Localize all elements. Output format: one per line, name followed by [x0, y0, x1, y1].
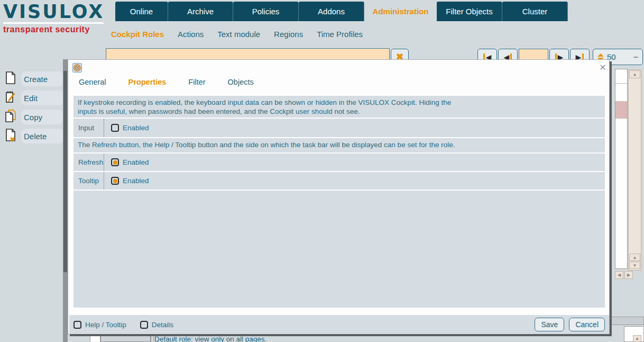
nav-tab-archive[interactable]: Archive	[168, 2, 233, 21]
tab-filter[interactable]: Filter	[188, 78, 205, 86]
help-tooltip-label: Help / Tooltip	[85, 321, 126, 329]
nav-tab-cluster[interactable]: Cluster	[502, 2, 568, 21]
background-panel-fragment	[611, 317, 644, 325]
sidebar-edit-label: Edit	[21, 91, 63, 105]
logo-title: VISULOX	[3, 1, 104, 22]
dialog-body: If keystroke recording is enabled, the k…	[73, 96, 605, 308]
tooltip-enabled-label: Enabled	[123, 177, 149, 185]
tooltip-row-label: Tooltip	[73, 177, 104, 185]
column-divider	[104, 172, 104, 190]
dialog-globe-icon	[72, 63, 82, 73]
background-horizontal-scrollbar[interactable]: ◀ ▶	[615, 271, 634, 280]
background-table-row: Default role: view only on all pages.	[68, 335, 644, 342]
subnav-actions[interactable]: Actions	[178, 30, 204, 39]
nav-tab-administration[interactable]: Administration	[364, 2, 437, 21]
scroll-right-icon[interactable]: ▶	[624, 271, 633, 279]
collapse-icon[interactable]: –	[633, 52, 638, 62]
new-document-icon	[4, 71, 17, 87]
input-row-label: Input	[73, 124, 104, 132]
refresh-enabled-checkbox[interactable]	[111, 158, 119, 166]
refresh-row-label: Refresh	[73, 158, 104, 166]
edit-document-icon	[4, 90, 17, 106]
default-role-text: Default role: view only on all pages.	[154, 335, 266, 342]
keystroke-info-text: If keystroke recording is enabled, the k…	[73, 96, 605, 118]
tooltip-setting-row: Tooltip Enabled	[73, 172, 605, 190]
close-icon[interactable]: ✕	[598, 63, 608, 73]
nav-tab-online[interactable]: Online	[115, 2, 168, 21]
cancel-button[interactable]: Cancel	[569, 318, 605, 331]
sidebar-item-create[interactable]: Create	[4, 71, 63, 87]
dialog-tabs: General Properties Filter Objects	[79, 78, 254, 86]
background-table-column	[615, 69, 628, 269]
sidebar-delete-label: Delete	[21, 129, 63, 143]
help-tooltip-option[interactable]: Help / Tooltip	[73, 321, 126, 329]
column-divider	[104, 119, 104, 137]
copy-document-icon	[4, 109, 17, 125]
scroll-down-icon[interactable]: ▼	[629, 262, 640, 269]
role-properties-dialog: ✕ General Properties Filter Objects If k…	[68, 59, 610, 334]
nav-tab-addons[interactable]: Addons	[299, 2, 364, 21]
visulox-logo: VISULOX transparent security	[3, 1, 104, 34]
scroll-left-icon[interactable]: ◀	[615, 271, 623, 279]
details-label: Details	[152, 321, 173, 329]
refresh-setting-row: Refresh Enabled	[73, 154, 605, 171]
background-vertical-scrollbar[interactable]	[63, 59, 68, 342]
tab-properties[interactable]: Properties	[128, 78, 167, 86]
nav-tab-policies[interactable]: Policies	[233, 2, 299, 21]
dialog-empty-area	[73, 191, 605, 308]
background-table-scrollbar[interactable]: ▲ ▲ ▼	[628, 69, 641, 271]
sidebar-copy-label: Copy	[21, 110, 63, 124]
subnav-text-module[interactable]: Text module	[217, 30, 260, 39]
input-setting-row: Input Enabled	[73, 119, 605, 137]
sidebar-item-edit[interactable]: Edit	[4, 90, 63, 106]
help-tooltip-checkbox[interactable]	[73, 321, 81, 329]
scroll-up-icon[interactable]: ▲	[629, 254, 640, 261]
save-button[interactable]: Save	[535, 318, 564, 331]
input-enabled-label: Enabled	[123, 124, 149, 132]
tab-objects[interactable]: Objects	[228, 78, 254, 86]
subnav-regions[interactable]: Regions	[274, 30, 303, 39]
visulox-admin-page: VISULOX transparent security Online Arch…	[0, 0, 644, 342]
sidebar-create-label: Create	[21, 71, 63, 86]
admin-subnav: Cockpit Roles Actions Text module Region…	[111, 30, 363, 39]
logo-subtitle: transparent security	[3, 22, 104, 34]
background-selected-row	[615, 101, 627, 119]
scrollbar-handle[interactable]	[63, 71, 67, 272]
scroll-up-icon[interactable]: ▲	[629, 70, 640, 78]
delete-document-icon	[4, 128, 17, 144]
refresh-enabled-label: Enabled	[123, 158, 149, 166]
subnav-cockpit-roles[interactable]: Cockpit Roles	[111, 30, 164, 39]
column-divider	[104, 154, 104, 171]
sidebar-item-delete[interactable]: Delete	[4, 128, 63, 144]
main-nav: Online Archive Policies Addons Administr…	[115, 2, 568, 21]
nav-tab-filter-objects[interactable]: Filter Objects	[437, 2, 502, 21]
sidebar-item-copy[interactable]: Copy	[4, 109, 63, 125]
input-enabled-checkbox[interactable]	[111, 124, 119, 132]
dialog-footer: Help / Tooltip Details Save Cancel	[69, 315, 609, 334]
details-checkbox[interactable]	[140, 321, 148, 329]
tooltip-enabled-checkbox[interactable]	[111, 177, 119, 185]
subnav-time-profiles[interactable]: Time Profiles	[317, 30, 363, 39]
tab-general[interactable]: General	[79, 78, 106, 86]
details-option[interactable]: Details	[140, 321, 173, 329]
refresh-info-text: The Refresh button, the Help / Tooltip b…	[73, 138, 605, 152]
